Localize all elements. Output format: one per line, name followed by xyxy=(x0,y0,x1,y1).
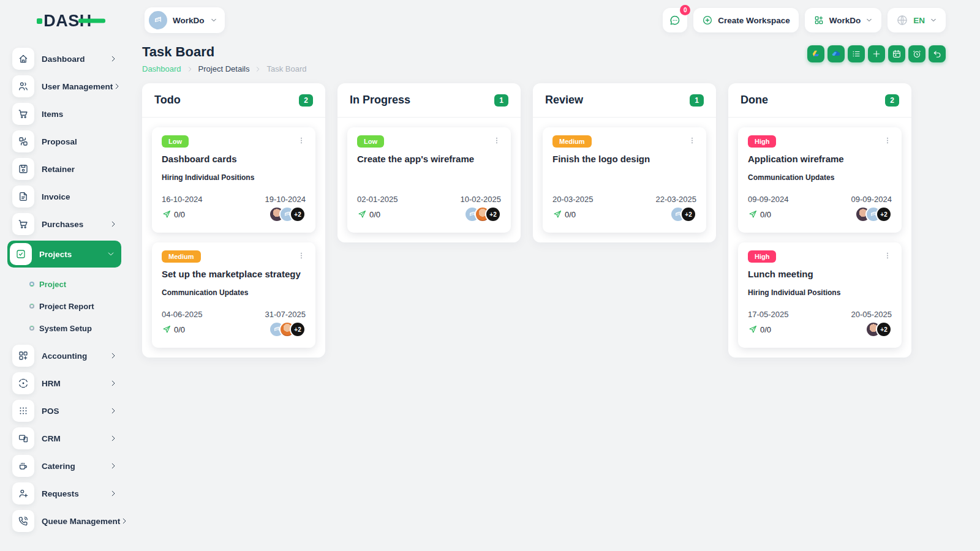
sidebar-item-items[interactable]: Items xyxy=(7,103,121,125)
menu-icon-box xyxy=(12,75,34,97)
sidebar-item-projects[interactable]: Projects xyxy=(7,241,121,268)
sidebar-item-dashboard[interactable]: Dashboard xyxy=(7,48,121,70)
column-header: In Progress1 xyxy=(337,83,521,118)
card-end-date: 09-09-2024 xyxy=(851,195,892,204)
send-icon xyxy=(748,324,758,334)
card-milestone: Communication Updates xyxy=(748,173,892,182)
breadcrumb-item-project-details[interactable]: Project Details xyxy=(198,64,250,73)
sidebar-item-label: Catering xyxy=(42,462,75,471)
task-card-application-wireframe[interactable]: HighApplication wireframeCommunication U… xyxy=(738,127,902,233)
task-card-finish-the-logo-design[interactable]: MediumFinish the logo design20-03-202522… xyxy=(543,127,706,233)
card-menu-button[interactable] xyxy=(883,135,892,146)
workspace-menu-button[interactable]: WorkDo xyxy=(805,8,882,32)
sidebar-subitem-project-report[interactable]: Project Report xyxy=(7,297,121,315)
breadcrumb: DashboardProject DetailsTask Board xyxy=(142,64,306,73)
menu-icon-box xyxy=(10,243,32,265)
menu-icon-box xyxy=(12,482,34,504)
alarm-icon xyxy=(912,49,922,59)
workdo-logo-icon xyxy=(152,14,164,26)
column-header: Review1 xyxy=(533,83,716,118)
sidebar-item-accounting[interactable]: Accounting xyxy=(7,345,121,367)
sidebar-item-invoice[interactable]: Invoice xyxy=(7,186,121,208)
sidebar-item-pos[interactable]: POS xyxy=(7,400,121,422)
create-workspace-button[interactable]: Create Workspace xyxy=(693,8,799,32)
messages-button[interactable]: 0 xyxy=(663,8,687,32)
chevron-right-icon xyxy=(109,407,118,415)
onedrive-button[interactable] xyxy=(827,45,845,62)
task-card-dashboard-cards[interactable]: LowDashboard cardsHiring Individual Posi… xyxy=(152,127,315,233)
sidebar-item-requests[interactable]: Requests xyxy=(7,482,121,504)
avatar-extra-count: +2 xyxy=(680,206,696,222)
card-start-date: 20-03-2025 xyxy=(552,195,594,204)
priority-badge: High xyxy=(748,250,776,263)
timer-button[interactable] xyxy=(908,45,925,62)
sidebar-item-catering[interactable]: Catering xyxy=(7,455,121,477)
google-drive-button[interactable] xyxy=(807,45,824,62)
workspace-selector[interactable]: WorkDo xyxy=(145,7,225,33)
chevron-right-icon xyxy=(109,220,118,228)
task-card-set-up-the-marketplace-strategy[interactable]: MediumSet up the marketplace strategyCom… xyxy=(152,242,315,348)
sidebar-subitem-system-setup[interactable]: System Setup xyxy=(7,319,121,337)
column-title: Review xyxy=(545,94,583,107)
checkbox-icon xyxy=(15,249,26,260)
sidebar-item-label: HRM xyxy=(42,379,61,388)
card-menu-button[interactable] xyxy=(297,250,306,261)
list-icon xyxy=(851,49,861,59)
circle-dashed-icon xyxy=(18,378,29,389)
language-selector[interactable]: EN xyxy=(888,8,946,32)
sidebar-menu: DashboardUser ManagementItemsProposalRet… xyxy=(7,48,121,532)
card-milestone xyxy=(357,173,501,182)
list-view-button[interactable] xyxy=(848,45,865,62)
calendar-button[interactable] xyxy=(888,45,905,62)
card-menu-button[interactable] xyxy=(492,135,501,146)
sidebar-item-retainer[interactable]: Retainer xyxy=(7,158,121,180)
card-avatars: +2 xyxy=(464,206,501,222)
add-task-button[interactable] xyxy=(868,45,885,62)
globe-icon xyxy=(896,14,908,26)
sidebar-item-purchases[interactable]: Purchases xyxy=(7,213,121,235)
sidebar-item-label: Requests xyxy=(42,489,79,498)
column-cards: LowDashboard cardsHiring Individual Posi… xyxy=(142,118,325,358)
task-card-lunch-meeting[interactable]: HighLunch meetingHiring Individual Posit… xyxy=(738,242,902,348)
sidebar-item-label: Queue Management xyxy=(42,517,120,526)
menu-icon-box xyxy=(12,400,34,422)
breadcrumb-separator-icon xyxy=(254,66,262,73)
transfer-icon xyxy=(18,136,29,147)
home-icon xyxy=(18,53,29,64)
send-icon xyxy=(552,209,562,219)
google-drive-icon xyxy=(811,49,821,59)
sidebar-subitem-project[interactable]: Project xyxy=(7,275,121,293)
card-menu-button[interactable] xyxy=(688,135,696,146)
phone-call-icon xyxy=(18,515,29,527)
sidebar-item-proposal[interactable]: Proposal xyxy=(7,130,121,152)
card-menu-button[interactable] xyxy=(297,135,306,146)
chevron-down-icon xyxy=(865,17,873,24)
board-column-review: Review1MediumFinish the logo design20-03… xyxy=(533,83,716,242)
task-card-create-the-app-s-wireframe[interactable]: LowCreate the app's wireframe02-01-20251… xyxy=(347,127,511,233)
card-title: Create the app's wireframe xyxy=(357,154,501,164)
sidebar-item-hrm[interactable]: HRM xyxy=(7,372,121,394)
floppy-icon xyxy=(18,163,29,174)
menu-icon-box xyxy=(12,427,34,449)
card-menu-button[interactable] xyxy=(883,250,892,261)
sidebar-item-crm[interactable]: CRM xyxy=(7,427,121,449)
sidebar-item-queue-management[interactable]: Queue Management xyxy=(7,510,121,532)
message-icon xyxy=(669,14,681,26)
main-content: Task Board DashboardProject DetailsTask … xyxy=(127,36,980,372)
column-count-badge: 1 xyxy=(690,94,704,107)
chevron-right-icon xyxy=(109,54,118,63)
card-avatars: +2 xyxy=(855,206,892,222)
brand-logo[interactable]: DASH xyxy=(7,10,121,32)
back-button[interactable] xyxy=(929,45,946,62)
create-workspace-label: Create Workspace xyxy=(718,16,790,25)
brand-logo-dash-icon xyxy=(78,19,105,23)
sidebar-subitem-label: Project xyxy=(39,280,66,289)
sidebar-item-label: Purchases xyxy=(42,220,83,229)
chevron-down-icon xyxy=(930,17,937,24)
chevron-right-icon xyxy=(120,517,127,525)
dots-grid-icon xyxy=(18,405,29,416)
sidebar-item-user-management[interactable]: User Management xyxy=(7,75,121,97)
breadcrumb-item-dashboard[interactable]: Dashboard xyxy=(142,64,181,73)
sidebar-item-label: CRM xyxy=(42,434,61,443)
breadcrumb-separator-icon xyxy=(186,66,194,73)
